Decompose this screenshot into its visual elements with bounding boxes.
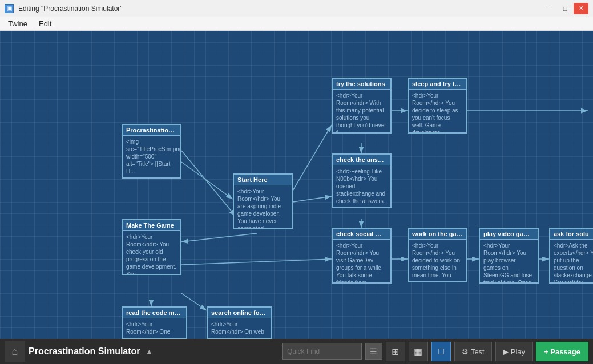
passage-node-node-playvideo[interactable]: play video games<hdr>Your Room</hdr> You… — [479, 228, 539, 284]
passage-node-node-checkanswers[interactable]: check the answers to<hdr>Feeling Like N0… — [332, 153, 392, 208]
passage-node-node-starthere[interactable]: Start Here<hdr>Your Room</hdr> You are a… — [233, 173, 293, 229]
passage-node-title: Procrastination Ques — [123, 125, 180, 136]
test-icon: ⚙ — [462, 347, 469, 356]
add-passage-button[interactable]: + Passage — [536, 342, 588, 361]
play-label: Play — [511, 347, 525, 356]
play-icon: ▶ — [503, 347, 509, 356]
svg-line-2 — [293, 125, 332, 191]
passage-node-node-askforsol[interactable]: ask for solu<hdr>Ask the experts</hdr> Y… — [549, 228, 593, 284]
list-view-button[interactable]: ▦ — [409, 342, 428, 361]
minimize-button[interactable]: ─ — [542, 3, 556, 14]
window-controls: ─ □ ✕ — [542, 3, 588, 14]
passage-node-title: read the code more c — [123, 308, 186, 318]
passage-node-body: <hdr>Your Room</hdr> On web — [208, 318, 271, 338]
svg-line-8 — [181, 259, 332, 265]
svg-line-3 — [293, 196, 332, 202]
grid-view-button[interactable]: ⊞ — [386, 342, 405, 361]
passage-node-body: <hdr>Your Room</hdr> With this many pote… — [333, 90, 390, 132]
passage-node-body: <hdr>Your Room</hdr> One — [123, 318, 186, 338]
menu-edit[interactable]: Edit — [33, 18, 57, 29]
passage-node-title: ask for solu — [550, 229, 593, 240]
svg-line-15 — [181, 151, 236, 216]
passage-node-body: <hdr>Feeling Like N00b</hdr> You opened … — [333, 165, 390, 207]
passage-node-title: Make The Game — [123, 220, 180, 231]
passage-node-node-readcode[interactable]: read the code more c<hdr>Your Room</hdr>… — [122, 306, 187, 339]
arrows-svg — [0, 31, 593, 356]
close-button[interactable]: ✕ — [574, 3, 588, 14]
passage-node-node-sleeptry[interactable]: sleep and try them to<hdr>Your Room</hdr… — [408, 78, 467, 134]
passage-node-body: <hdr>Your Room</hdr> You visit GameDev g… — [333, 240, 390, 282]
maximize-button[interactable]: □ — [558, 3, 572, 14]
svg-line-1 — [181, 162, 233, 199]
menu-bar: Twine Edit — [0, 17, 593, 31]
story-title: Procrastination Simulator — [29, 346, 140, 357]
passage-node-body: <img src="TitleProcSim.png" width="500" … — [123, 136, 180, 177]
passage-node-title: work on the game — [409, 229, 466, 240]
passage-node-body: <hdr>Your Room</hdr> You decided to work… — [409, 240, 466, 281]
passage-node-title: play video games — [480, 229, 538, 240]
passage-node-title: search online for solu — [208, 308, 271, 318]
passage-node-node-workgame[interactable]: work on the game<hdr>Your Room</hdr> You… — [408, 228, 467, 282]
passage-node-body: <hdr>Ask the experts</hdr> You put up th… — [550, 240, 593, 282]
title-text: Editing "Procrastination Simulator" — [18, 5, 123, 13]
play-button[interactable]: ▶ Play — [495, 342, 533, 361]
quick-find-input[interactable] — [282, 343, 362, 360]
passage-node-title: sleep and try them to — [409, 79, 466, 90]
passage-node-title: try the solutions — [333, 79, 390, 90]
canvas-area[interactable]: Procrastination Ques<img src="TitleProcS… — [0, 31, 593, 356]
passage-node-title: Start Here — [234, 175, 292, 185]
svg-line-4 — [181, 233, 257, 242]
passage-node-title: check the answers to — [333, 155, 390, 165]
quick-find-button[interactable]: ☰ — [365, 343, 382, 360]
bottom-toolbar: ⌂ Procrastination Simulator ▲ ☰ ⊞ ▦ □ ⚙ … — [0, 339, 593, 364]
zoom-button[interactable]: □ — [431, 342, 451, 361]
menu-twine[interactable]: Twine — [2, 18, 33, 29]
passage-node-body: <hdr>Your Room</hdr> You play browser ga… — [480, 240, 538, 282]
test-label: Test — [471, 347, 485, 356]
test-button[interactable]: ⚙ Test — [454, 342, 492, 361]
passage-node-body: <hdr>Your Room</hdr> You decide to sleep… — [409, 90, 466, 132]
home-button[interactable]: ⌂ — [5, 341, 25, 362]
passage-node-node-trysolutions[interactable]: try the solutions<hdr>Your Room</hdr> Wi… — [332, 78, 392, 134]
passage-node-node-procquest[interactable]: Procrastination Ques<img src="TitleProcS… — [122, 124, 181, 179]
passage-node-node-searchonline[interactable]: search online for solu<hdr>Your Room</hd… — [207, 306, 272, 339]
passage-node-node-makethegame[interactable]: Make The Game<hdr>Your Room</hdr> You ch… — [122, 219, 181, 275]
passage-node-title: check social media — [333, 229, 390, 240]
app-icon: ▣ — [5, 4, 14, 13]
story-title-arrow[interactable]: ▲ — [146, 347, 153, 355]
passage-node-body: <hdr>Your Room</hdr> You check your old … — [123, 231, 180, 274]
passage-node-node-checksocial[interactable]: check social media<hdr>Your Room</hdr> Y… — [332, 228, 392, 284]
title-bar: ▣ Editing "Procrastination Simulator" ─ … — [0, 0, 593, 17]
passage-node-body: <hdr>Your Room</hdr> You are aspiring in… — [234, 185, 292, 228]
